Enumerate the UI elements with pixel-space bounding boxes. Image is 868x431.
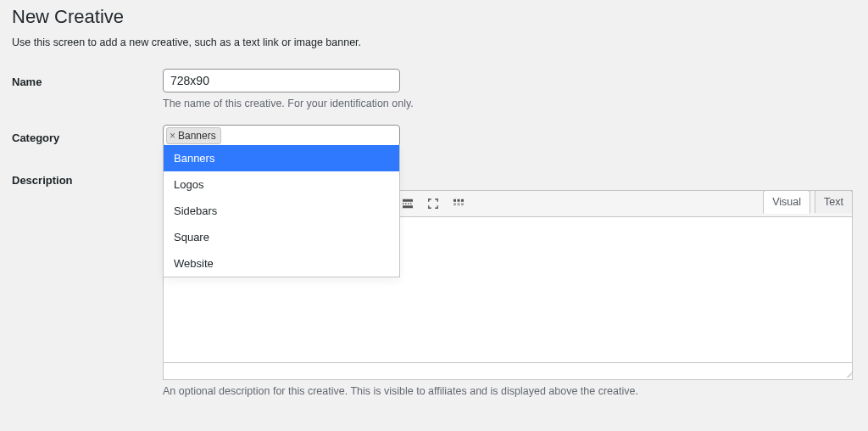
screen-note: Use this screen to add a new creative, s… bbox=[12, 36, 853, 48]
svg-rect-26 bbox=[403, 205, 413, 208]
name-input[interactable] bbox=[163, 69, 400, 92]
category-option[interactable]: Website bbox=[164, 250, 399, 277]
category-row: Category × Banners Banners Logos Sidebar… bbox=[12, 125, 853, 147]
page-title: New Creative bbox=[12, 6, 853, 28]
name-helper: The name of this creative. For your iden… bbox=[163, 98, 853, 109]
name-label: Name bbox=[12, 76, 42, 88]
svg-rect-29 bbox=[461, 199, 464, 202]
category-label: Category bbox=[12, 132, 59, 144]
svg-rect-30 bbox=[453, 203, 456, 205]
editor-path-bar bbox=[163, 363, 853, 380]
description-label: Description bbox=[12, 174, 73, 187]
close-icon[interactable]: × bbox=[170, 130, 175, 142]
name-row: Name The name of this creative. For your… bbox=[12, 69, 853, 109]
category-option[interactable]: Sidebars bbox=[164, 198, 399, 224]
tab-visual[interactable]: Visual bbox=[763, 190, 810, 214]
svg-rect-24 bbox=[403, 199, 413, 202]
svg-rect-28 bbox=[458, 199, 460, 202]
svg-rect-31 bbox=[458, 203, 460, 205]
svg-rect-32 bbox=[461, 203, 464, 205]
tab-text[interactable]: Text bbox=[815, 190, 853, 213]
category-dropdown: Banners Logos Sidebars Square Website bbox=[163, 145, 400, 277]
category-token-label: Banners bbox=[178, 130, 216, 142]
category-option[interactable]: Logos bbox=[164, 171, 399, 198]
description-helper: An optional description for this creativ… bbox=[163, 385, 853, 397]
resize-grip-icon[interactable] bbox=[842, 369, 850, 378]
fullscreen-icon[interactable] bbox=[421, 193, 445, 215]
editor-tabs: Visual Text bbox=[763, 190, 853, 214]
category-option[interactable]: Banners bbox=[164, 145, 399, 171]
category-token[interactable]: × Banners bbox=[166, 127, 221, 144]
category-option[interactable]: Square bbox=[164, 224, 399, 250]
toolbar-toggle-icon[interactable] bbox=[447, 193, 470, 215]
description-row: Description Visual Text bbox=[12, 167, 853, 397]
category-input[interactable]: × Banners bbox=[163, 125, 400, 147]
svg-rect-27 bbox=[453, 199, 456, 202]
